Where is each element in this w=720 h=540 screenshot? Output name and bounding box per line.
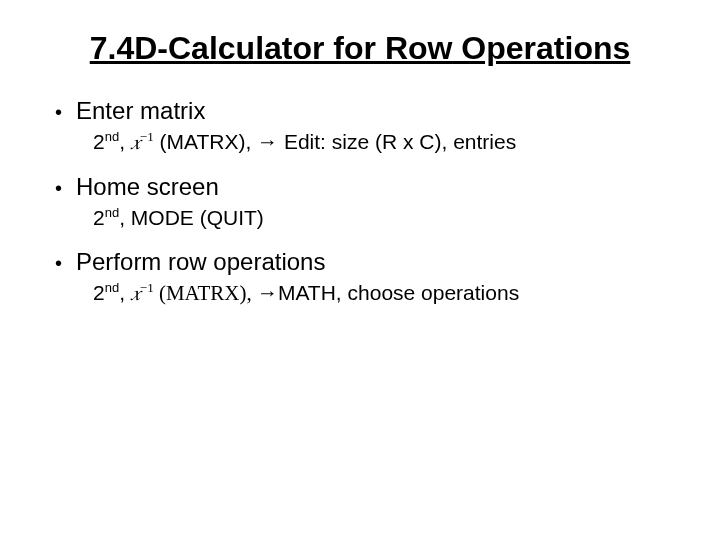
bullet-label: Perform row operations — [76, 248, 325, 276]
separator: , — [119, 130, 131, 153]
math-exponent: −1 — [140, 129, 154, 144]
bullet-marker: • — [55, 252, 62, 275]
sub-item: 2nd, 𝑥−1 (MATRX), → Edit: size (R x C), … — [93, 129, 675, 155]
ordinal-number: 2 — [93, 130, 105, 153]
ordinal-suffix: nd — [105, 129, 119, 144]
ordinal-suffix: nd — [105, 280, 119, 295]
bullet-item: • Enter matrix — [55, 97, 675, 125]
bullet-label: Home screen — [76, 173, 219, 201]
bullet-item: • Home screen — [55, 173, 675, 201]
bullet-marker: • — [55, 101, 62, 124]
sub-text: →MATH, choose operations — [257, 281, 519, 304]
bullet-item: • Perform row operations — [55, 248, 675, 276]
bullet-label: Enter matrix — [76, 97, 205, 125]
math-variable-x: 𝑥 — [131, 130, 140, 154]
content-area: • Enter matrix 2nd, 𝑥−1 (MATRX), → Edit:… — [45, 97, 675, 306]
ordinal-number: 2 — [93, 206, 105, 229]
slide-title: 7.4D-Calculator for Row Operations — [45, 30, 675, 67]
matrx-label-serif: (MATRX), — [154, 281, 257, 305]
ordinal-number: 2 — [93, 281, 105, 304]
sub-item: 2nd, MODE (QUIT) — [93, 205, 675, 230]
separator: , — [119, 281, 131, 304]
sub-item: 2nd, 𝑥−1 (MATRX), →MATH, choose operatio… — [93, 280, 675, 306]
sub-text: (MATRX), → Edit: size (R x C), entries — [154, 130, 517, 153]
bullet-marker: • — [55, 177, 62, 200]
ordinal-suffix: nd — [105, 205, 119, 220]
math-variable-x: 𝑥 — [131, 281, 140, 305]
math-exponent: −1 — [140, 280, 154, 295]
sub-text: , MODE (QUIT) — [119, 206, 264, 229]
